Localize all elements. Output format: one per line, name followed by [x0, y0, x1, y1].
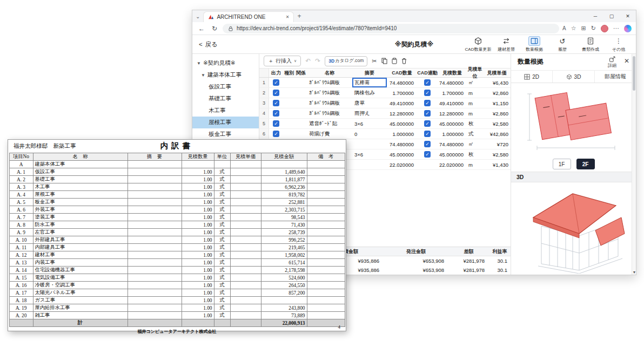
unit-price-cell[interactable]: ¥2,580 [483, 152, 511, 158]
cad-quantity-update-button[interactable]: CAD数量更新 [464, 35, 492, 53]
new-tab-icon[interactable]: + [294, 12, 304, 20]
checkbox-checked[interactable]: ✓ [273, 100, 279, 106]
sidebar-item-temporary-work[interactable]: 仮設工事 [192, 81, 259, 93]
unit-price-cell[interactable]: ¥1,430 [483, 162, 511, 168]
quantity-basis-button[interactable]: 数量根拠 [520, 35, 548, 53]
tree-root-contract-estimate[interactable]: ▼ ※契約見積※ [192, 57, 259, 69]
unit-cell[interactable]: 枚 [467, 151, 483, 158]
spec-cell[interactable]: 0 [352, 129, 387, 139]
spec-cell[interactable]: 雨押え [352, 108, 387, 118]
tab-3d[interactable]: 3D [553, 71, 594, 83]
checkbox-checked[interactable]: ✓ [273, 131, 279, 137]
checkbox-checked[interactable]: ✓ [424, 120, 431, 127]
checkbox-checked[interactable]: ✓ [273, 79, 279, 86]
unit-price-cell[interactable]: ¥2,860 [483, 90, 511, 96]
tree-group-main-construction[interactable]: ▼ 建築本体工事 [192, 69, 259, 81]
output-checkbox-cell[interactable]: ✓ [269, 90, 283, 96]
tab-search-chevron-icon[interactable]: ⌄ [192, 13, 203, 19]
estimate-quantity-cell[interactable]: 22.020000 [438, 162, 467, 168]
panel-close-icon[interactable]: ✕ [624, 57, 629, 65]
cad-quantity-cell[interactable]: 45.000000 [387, 121, 417, 127]
tree-expand-icon[interactable]: ▼ [201, 73, 205, 78]
item-name-cell[interactable]: ｶﾞﾙﾊﾞﾘｳﾑ鋼板 [307, 110, 352, 117]
estimate-quantity-cell[interactable]: 74.480000 [438, 80, 467, 86]
favorites-icon[interactable]: ☆ [571, 25, 576, 32]
checkbox-checked[interactable]: ✓ [424, 100, 431, 106]
cad-quantity-cell[interactable]: 74.480000 [387, 80, 417, 86]
unit-cell[interactable]: ㎡ [467, 141, 483, 148]
sidebar-item-roof-work[interactable]: 屋根工事 [192, 117, 259, 128]
undo-icon[interactable]: ↶ [305, 57, 311, 65]
back-button[interactable]: < 戻る [199, 40, 218, 49]
cad-quantity-cell[interactable]: 1.700000 [387, 90, 417, 96]
refresh-icon[interactable]: ↻ [210, 25, 219, 32]
cad-link-checkbox-cell[interactable]: ✓ [417, 90, 438, 96]
spec-cell[interactable]: 3×6 [352, 119, 387, 128]
more-button[interactable]: ⋮ その他 [605, 35, 633, 53]
address-field[interactable]: https://dev.archi-trend.com/project/1954… [223, 24, 559, 33]
cad-quantity-cell[interactable]: 49.410000 [387, 100, 417, 106]
insert-row-button[interactable]: ＋ 行挿入 ∨ [264, 56, 301, 66]
sidebar-item-foundation-work[interactable]: 基礎工事 [192, 93, 259, 105]
unit-cell[interactable]: m [467, 111, 483, 117]
unit-price-cell[interactable]: ¥2,860 [483, 111, 511, 117]
grid-row[interactable]: 2 ✓ ｶﾞﾙﾊﾞﾘｳﾑ鋼板 隅棟包み 1.700000 ✓ 1.700000 … [259, 88, 511, 98]
cad-quantity-cell[interactable]: 22.020000 [387, 162, 417, 168]
checkbox-checked[interactable]: ✓ [424, 90, 431, 96]
output-checkbox-cell[interactable]: ✓ [269, 100, 283, 106]
unit-price-cell[interactable]: ¥2,580 [483, 121, 511, 127]
item-name-cell[interactable]: ｶﾞﾙﾊﾞﾘｳﾑ鋼板 [307, 90, 352, 97]
spec-cell[interactable] [352, 139, 387, 149]
site-info-lock-icon[interactable] [228, 26, 233, 31]
checkbox-checked[interactable]: ✓ [424, 141, 431, 147]
catalog-3d-button[interactable]: 3D カタログ.com [325, 56, 367, 66]
close-window-icon[interactable]: ✕ [620, 13, 636, 19]
checkbox-checked[interactable]: ✓ [273, 110, 279, 117]
estimate-quantity-cell[interactable]: 45.000000 [438, 121, 467, 127]
estimate-quantity-cell[interactable]: 1.000000 [438, 131, 467, 137]
unit-cell[interactable]: ㎡ [467, 79, 483, 86]
history-icon[interactable]: ↻ [591, 25, 596, 32]
cad-quantity-cell[interactable]: 1.000000 [387, 131, 417, 137]
spec-cell[interactable]: 唐草 [352, 98, 387, 108]
item-name-cell[interactable]: ｶﾞﾙﾊﾞﾘｳﾑ鋼板 [307, 100, 352, 107]
browser-tab[interactable]: ARCHITREND ONE ✕ [203, 11, 294, 22]
cut-icon[interactable]: ✂ [372, 58, 377, 65]
scrollbar-thumb[interactable] [633, 56, 635, 91]
minimize-icon[interactable]: ─ [587, 13, 603, 19]
unit-cell[interactable]: 式 [467, 131, 483, 138]
more-options-icon[interactable]: ⋯ [613, 25, 619, 32]
unit-price-cell[interactable]: ¥42,860 [483, 131, 511, 137]
paste-icon[interactable] [392, 58, 397, 64]
checkbox-checked[interactable]: ✓ [273, 120, 279, 127]
unit-cell[interactable]: m [467, 90, 483, 96]
3d-model-view[interactable] [511, 182, 636, 275]
spec-cell[interactable]: 3×6 [352, 149, 387, 159]
checkbox-checked[interactable]: ✓ [424, 151, 431, 158]
estimate-quantity-cell[interactable]: 49.410000 [438, 100, 467, 106]
cad-quantity-cell[interactable]: 45.000000 [387, 152, 417, 158]
cad-link-checkbox-cell[interactable]: ✓ [417, 110, 438, 117]
output-checkbox-cell[interactable]: ✓ [269, 120, 283, 127]
unit-cell[interactable]: m [467, 162, 483, 168]
spec-cell[interactable]: 瓦棒葺 [352, 78, 387, 87]
grid-row[interactable]: 6 ✓ 荷揚げ費 0 1.000000 ✓ 1.000000 式 ¥42,860 [259, 129, 511, 139]
unit-cell[interactable]: 枚 [467, 120, 483, 127]
item-name-cell[interactable]: 荷揚げ費 [307, 131, 352, 138]
restore-icon[interactable]: ▢ [603, 13, 620, 19]
unit-price-cell[interactable]: ¥720 [483, 141, 511, 147]
read-aloud-icon[interactable]: A [562, 25, 566, 31]
scroll-down-arrow-icon[interactable]: ▼ [632, 270, 636, 274]
checkbox-checked[interactable]: ✓ [424, 79, 431, 86]
checkbox-checked[interactable]: ✓ [273, 90, 279, 96]
spec-cell[interactable]: 隅棟包み [352, 88, 387, 98]
cad-link-checkbox-cell[interactable]: ✓ [417, 151, 438, 158]
detail-button[interactable]: 詳細 [608, 56, 616, 69]
floor-2f-button[interactable]: 2F [576, 159, 595, 169]
output-checkbox-cell[interactable]: ✓ [269, 131, 283, 137]
cad-link-checkbox-cell[interactable]: ✓ [417, 141, 438, 147]
cad-link-checkbox-cell[interactable]: ✓ [417, 79, 438, 86]
tree-expand-icon[interactable]: ▼ [197, 61, 201, 66]
floor-1f-button[interactable]: 1F [553, 159, 571, 169]
cad-link-checkbox-cell[interactable]: ✓ [417, 131, 438, 137]
